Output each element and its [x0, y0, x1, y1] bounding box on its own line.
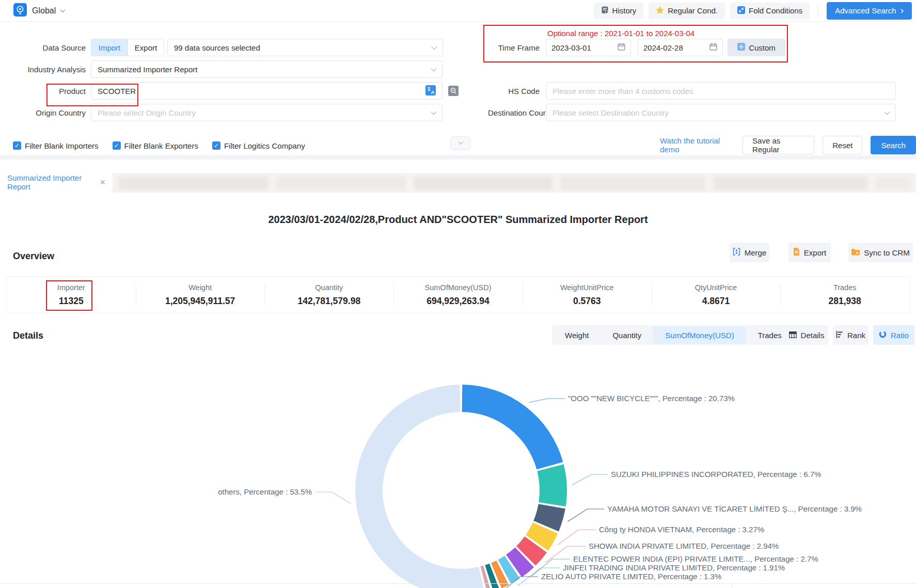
region-label: Global	[32, 6, 56, 15]
save-as-regular-button[interactable]: Save as Regular	[743, 136, 814, 154]
data-source-label: Data Source	[13, 43, 86, 52]
view-details-label: Details	[801, 331, 825, 340]
industry-analysis-select[interactable]: Summarized Importer Report	[91, 60, 443, 78]
custom-range-label: Custom	[749, 43, 776, 52]
export-tab[interactable]: Export	[128, 39, 164, 56]
history-button[interactable]: History	[594, 3, 644, 19]
view-ratio-label: Ratio	[891, 331, 909, 340]
tab-strip: Summarized Importer Report ×	[0, 172, 916, 193]
stat-label: SumOfMoney(USD)	[425, 283, 492, 292]
custom-range-button[interactable]: Custom	[728, 39, 785, 56]
filter-logitics-company-checkbox[interactable]: ✓ Filter Logitics Company	[212, 141, 305, 150]
stat-value: 142,781,579.98	[297, 296, 360, 307]
sync-to-crm-label: Sync to CRM	[864, 248, 909, 257]
date-to-input[interactable]: 2024-02-28	[638, 39, 723, 56]
data-sources-select[interactable]: 99 data sources selected	[167, 39, 443, 56]
metric-tab-quantity[interactable]: Quantity	[601, 326, 653, 344]
product-label: Product	[13, 87, 86, 96]
hs-code-input[interactable]: Please enter more than 4 customs codes	[546, 82, 896, 100]
filter-logitics-company-label: Filter Logitics Company	[224, 141, 305, 150]
chevron-down-icon	[458, 139, 463, 145]
merge-icon	[733, 248, 740, 257]
pie-segment[interactable]	[537, 464, 567, 506]
stat-weightunitprice: WeightUnitPrice0.5763	[523, 277, 652, 313]
checkbox-checked-icon: ✓	[113, 141, 121, 150]
destination-country-select[interactable]: Please select Destination Country	[546, 104, 896, 121]
stat-label: QtyUnitPrice	[695, 283, 737, 292]
filter-blank-importers-checkbox[interactable]: ✓ Filter Blank Importers	[13, 141, 99, 150]
close-icon[interactable]: ×	[100, 178, 105, 187]
product-input[interactable]: SCOOTER A	[91, 82, 443, 100]
merge-button[interactable]: Merge	[730, 243, 769, 262]
regular-cond-button[interactable]: Regular Cond.	[649, 3, 725, 19]
data-sources-value: 99 data sources selected	[174, 43, 260, 52]
date-from-input[interactable]: 2023-03-01	[546, 39, 631, 56]
stat-quantity: Quantity142,781,579.98	[264, 277, 393, 313]
metric-tab-sumofmoneyusd[interactable]: SumOfMoney(USD)	[653, 326, 746, 344]
stat-importer: Importer11325	[7, 277, 136, 313]
import-tab[interactable]: Import	[91, 39, 128, 56]
history-icon	[601, 6, 609, 15]
calendar-icon	[618, 43, 625, 52]
pie-label: "OOO ""NEW BICYCLE""", Percentage : 20.7…	[568, 394, 735, 403]
top-bar: Global History Regular Cond. Fold Condit…	[0, 0, 916, 22]
fold-icon	[737, 6, 745, 15]
product-row: Product SCOOTER A	[13, 82, 459, 100]
reset-button[interactable]: Reset	[823, 136, 862, 154]
search-button[interactable]: Search	[871, 136, 916, 154]
filter-blank-exporters-label: Filter Blank Exporters	[124, 141, 198, 150]
advanced-search-button[interactable]: Advanced Search ›	[827, 2, 912, 20]
star-icon	[656, 6, 664, 15]
pie-label: ZELIO AUTO PRIVATE LIMITED, Percentage :…	[541, 572, 721, 581]
view-details-button[interactable]: Details	[785, 325, 828, 345]
pie-label: ELENTEC POWER INDIA (EPI) PRIVATE LIMITE…	[573, 554, 818, 563]
date-from-value: 2023-03-01	[551, 43, 591, 52]
destination-row: Destination Country Please select Destin…	[488, 104, 896, 121]
view-rank-label: Rank	[847, 331, 865, 340]
stat-weight: Weight1,205,945,911.57	[136, 277, 265, 313]
pie-segment[interactable]	[355, 385, 485, 588]
view-ratio-button[interactable]: Ratio	[873, 325, 914, 345]
tutorial-link[interactable]: Watch the tutorial demo	[660, 136, 734, 154]
industry-analysis-value: Summarized Importer Report	[98, 65, 197, 74]
metric-tab-weight[interactable]: Weight	[553, 326, 601, 344]
filter-blank-exporters-checkbox[interactable]: ✓ Filter Blank Exporters	[113, 141, 198, 150]
overview-stats: Importer11325Weight1,205,945,911.57Quant…	[6, 276, 910, 313]
ratio-chart-area: "OOO ""NEW BICYCLE""", Percentage : 20.7…	[0, 361, 916, 588]
collapse-conditions-button[interactable]	[450, 136, 471, 150]
translate-icon[interactable]: A	[425, 85, 436, 97]
fold-conditions-button[interactable]: Fold Conditions	[730, 3, 810, 19]
regular-cond-label: Regular Cond.	[668, 6, 718, 15]
export-button[interactable]: Export	[788, 243, 831, 262]
globe-icon	[13, 3, 27, 18]
form-actions: Watch the tutorial demo Save as Regular …	[660, 136, 916, 154]
pie-segment[interactable]	[462, 385, 563, 469]
history-label: History	[612, 6, 637, 15]
region-select[interactable]: Global	[13, 3, 65, 18]
stat-value: 1,205,945,911.57	[165, 296, 235, 307]
tab-summarized-importer-report[interactable]: Summarized Importer Report ×	[0, 172, 113, 193]
export-label: Export	[804, 248, 826, 257]
origin-country-select[interactable]: Please select Origin Country	[91, 104, 443, 121]
pie-label-line	[567, 509, 604, 522]
date-to-value: 2024-02-28	[643, 43, 683, 52]
stat-value: 11325	[59, 296, 84, 307]
donut-icon	[879, 330, 887, 340]
sync-crm-icon	[851, 248, 860, 257]
chevron-down-icon	[60, 7, 66, 12]
stat-label: Trades	[833, 283, 857, 292]
sync-to-crm-button[interactable]: Sync to CRM	[848, 243, 913, 262]
hs-code-label: HS Code	[488, 87, 540, 96]
time-frame-row: Time Frame 2023-03-01 2024-02-28 Custom	[488, 39, 785, 56]
product-value: SCOOTER	[98, 87, 136, 96]
origin-country-placeholder: Please select Origin Country	[98, 108, 196, 117]
time-frame-label: Time Frame	[488, 43, 540, 52]
chevron-down-icon	[884, 109, 890, 115]
industry-row: Industry Analysis Summarized Importer Re…	[13, 60, 443, 78]
industry-analysis-label: Industry Analysis	[13, 65, 86, 74]
stat-qtyunitprice: QtyUnitPrice4.8671	[652, 277, 781, 313]
svg-text:A: A	[431, 89, 435, 94]
rank-icon	[836, 331, 843, 340]
view-rank-button[interactable]: Rank	[833, 325, 868, 345]
fuzzy-match-icon[interactable]	[448, 86, 459, 96]
